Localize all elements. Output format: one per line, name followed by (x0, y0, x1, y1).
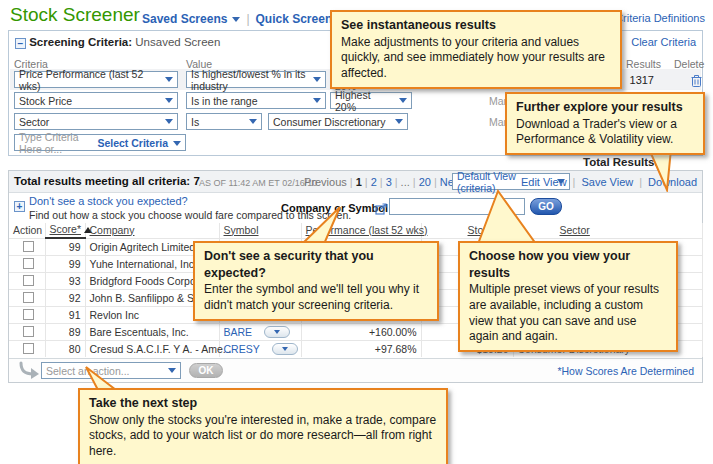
header-sector-label: Sector (560, 224, 590, 236)
chevron-down-icon (313, 98, 321, 103)
callout-explore-results: Further explore your results Download a … (505, 92, 705, 155)
row-checkbox[interactable] (23, 275, 34, 286)
ok-button[interactable]: OK (189, 363, 223, 378)
operator-dropdown[interactable]: Is highest/lowest % in its industry (186, 71, 326, 88)
row-checkbox[interactable] (23, 326, 34, 337)
callout-title: See instantaneous results (341, 17, 611, 34)
symbol-menu-button[interactable] (272, 343, 298, 355)
cell-action (9, 272, 45, 289)
operator-dropdown[interactable]: Is (186, 113, 262, 130)
callout-view-results: Choose how you view your results Multipl… (458, 241, 678, 352)
pagination-separator (347, 176, 356, 188)
value-dropdown[interactable]: Consumer Discretionary (268, 113, 408, 130)
criteria-dropdown[interactable]: Stock Price (14, 92, 178, 109)
row-checkbox[interactable] (23, 292, 34, 303)
chevron-down-icon (395, 119, 403, 124)
chevron-down-icon (282, 347, 288, 351)
header-score[interactable]: Score* (45, 223, 85, 238)
save-view-link[interactable]: Save View (581, 176, 633, 188)
results-total: Total results meeting all criteria: 7 (14, 175, 200, 187)
chevron-down-icon (313, 77, 321, 82)
results-toolbar: Total results meeting all criteria: 7 AS… (9, 171, 702, 193)
header-score-label: Score* (50, 223, 82, 235)
symbol-lookup-icon[interactable] (375, 201, 387, 219)
header-symbol[interactable]: Symbol (219, 223, 301, 238)
cell-score: 80 (45, 340, 85, 357)
cell-score: 92 (45, 289, 85, 306)
header-symbol-label: Symbol (224, 224, 259, 236)
type-criteria-field[interactable]: Type Criteria Here or... Select Criteria (14, 134, 186, 151)
clear-criteria-link[interactable]: Clear Criteria (631, 36, 696, 48)
row-checkbox[interactable] (23, 309, 34, 320)
operator-dropdown-value: Is in the range (191, 95, 258, 107)
chevron-down-icon (399, 98, 407, 103)
criteria-dropdown-value: Sector (19, 116, 49, 128)
pagination-page[interactable]: 2 (371, 176, 377, 188)
pagination-ellipsis: ... (401, 176, 410, 188)
cell-symbol: CRESY (219, 340, 301, 357)
cell-action (9, 255, 45, 272)
chevron-down-icon (249, 119, 257, 124)
cell-performance: +160.00% (301, 323, 421, 340)
select-criteria-link[interactable]: Select Criteria (97, 137, 181, 149)
cell-score: 93 (45, 272, 85, 289)
header-company[interactable]: Company (85, 223, 219, 238)
edit-view-link[interactable]: Edit View (521, 176, 567, 188)
cell-action (9, 306, 45, 323)
row-checkbox[interactable] (23, 343, 34, 354)
symbol-link[interactable]: CRESY (224, 343, 260, 355)
row-checkbox[interactable] (23, 241, 34, 252)
value-dropdown[interactable]: Highest 20% (330, 92, 412, 109)
criteria-definitions-link[interactable]: Criteria Definitions (615, 12, 705, 24)
separator (567, 176, 582, 188)
row-checkbox[interactable] (23, 258, 34, 269)
nav-saved-screens-label: Saved Screens (142, 12, 227, 26)
callout-body: Show only the stocks you're interested i… (89, 413, 437, 460)
trash-icon[interactable] (691, 73, 702, 91)
as-of-timestamp: AS OF 11:42 AM ET 02/16/10 (199, 178, 317, 188)
callout-next-step: Take the next step Show only the stocks … (78, 388, 448, 464)
cell-action (9, 289, 45, 306)
expected-stock-link[interactable]: Don't see a stock you expected? (29, 195, 188, 207)
callout-body: Download a Trader's view or a Performanc… (516, 117, 694, 149)
criteria-dropdown[interactable]: Price Performance (last 52 wks) (14, 71, 178, 88)
chevron-down-icon (165, 98, 173, 103)
expand-icon[interactable]: + (14, 195, 25, 213)
criteria-panel-header: − Screening Criteria: Unsaved Screen (15, 36, 220, 49)
how-scores-link-label: *How Scores Are Determined (557, 365, 694, 377)
nav-separator (240, 12, 255, 26)
callout-title: Take the next step (89, 395, 437, 412)
select-criteria-label: Select Criteria (97, 137, 168, 149)
cell-performance: +97.68% (301, 340, 421, 357)
cell-action (9, 238, 45, 255)
operator-dropdown[interactable]: Is in the range (186, 92, 326, 109)
nav-quick-screens-label: Quick Screens (256, 12, 339, 26)
pagination-separator (362, 176, 371, 188)
chevron-down-icon (274, 330, 280, 334)
pagination: Previous123...20Next (304, 176, 462, 188)
criteria-dropdown[interactable]: Sector (14, 113, 178, 130)
value-dropdown-value: Consumer Discretionary (273, 116, 386, 128)
how-scores-link[interactable]: *How Scores Are Determined (557, 365, 694, 377)
results-total-label: Total results meeting all criteria: (14, 175, 190, 187)
operator-dropdown-value: Is (191, 116, 199, 128)
page-title: Stock Screener (10, 4, 140, 26)
plus-icon: + (14, 201, 25, 212)
chevron-down-icon (165, 119, 173, 124)
pagination-page[interactable]: 20 (419, 176, 431, 188)
callout-title: Choose how you view your results (469, 248, 667, 281)
callout-tail-view-dropdown (470, 188, 546, 246)
pagination-page[interactable]: 3 (386, 176, 392, 188)
pagination-separator (431, 176, 440, 188)
symbol-link[interactable]: BARE (224, 326, 253, 338)
callout-instantaneous-results: See instantaneous results Make adjustmen… (330, 10, 622, 89)
curved-arrow-icon (17, 361, 41, 383)
pagination-previous: Previous (304, 176, 347, 188)
header-action: Action (9, 223, 45, 238)
symbol-menu-button[interactable] (264, 326, 290, 338)
expected-stock-link-label: Don't see a stock you expected? (29, 195, 188, 207)
collapse-icon[interactable]: − (15, 38, 26, 49)
cell-score: 99 (45, 238, 85, 255)
nav-saved-screens[interactable]: Saved Screens (142, 12, 240, 26)
cell-company: Bare Escentuals, Inc. (85, 323, 219, 340)
